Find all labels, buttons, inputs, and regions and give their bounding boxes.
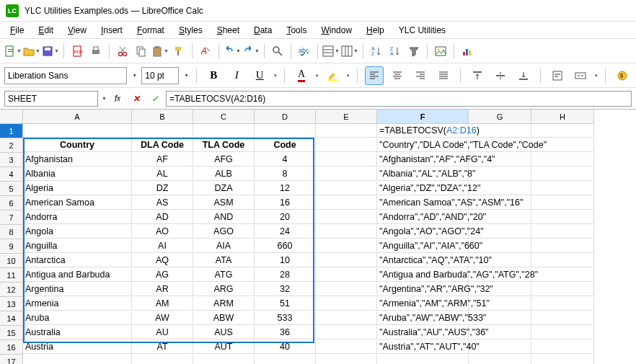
cell-H11[interactable] bbox=[531, 268, 594, 282]
menu-help[interactable]: Help bbox=[361, 24, 390, 37]
sort-desc-button[interactable]: ZA bbox=[387, 43, 404, 60]
spellcheck-button[interactable]: abç bbox=[296, 43, 313, 60]
name-box[interactable] bbox=[4, 91, 98, 107]
cell-B16[interactable]: AT bbox=[132, 340, 193, 354]
currency-button[interactable]: $ bbox=[613, 66, 632, 85]
insert-chart-button[interactable] bbox=[459, 43, 476, 60]
find-button[interactable] bbox=[269, 43, 286, 60]
cell-F8[interactable]: "Angola","AO","AGO","24" bbox=[377, 225, 469, 239]
cell-C2[interactable]: TLA Code bbox=[193, 138, 255, 152]
cell-A1[interactable] bbox=[23, 124, 132, 138]
highlight-button[interactable] bbox=[323, 66, 342, 85]
column-header-G[interactable]: G bbox=[469, 110, 531, 124]
menu-view[interactable]: View bbox=[62, 24, 92, 37]
cell-C11[interactable]: ATG bbox=[193, 268, 255, 282]
cell-E6[interactable] bbox=[316, 196, 377, 210]
cell-D16[interactable]: 40 bbox=[255, 340, 316, 354]
cell-G17[interactable] bbox=[469, 355, 531, 364]
cell-E14[interactable] bbox=[316, 311, 377, 325]
clear-format-button[interactable]: A bbox=[197, 43, 214, 60]
cell-D6[interactable]: 16 bbox=[255, 196, 316, 210]
cell-F12[interactable]: "Argentina","AR","ARG","32" bbox=[377, 283, 469, 296]
row-header-13[interactable]: 13 bbox=[0, 297, 23, 311]
cell-H3[interactable] bbox=[531, 153, 594, 167]
cell-B6[interactable]: AS bbox=[132, 196, 193, 210]
chevron-down-icon[interactable]: ▾ bbox=[347, 73, 350, 79]
cell-E9[interactable] bbox=[316, 239, 377, 253]
row-header-3[interactable]: 3 bbox=[0, 153, 23, 167]
cell-A13[interactable]: Armenia bbox=[23, 297, 132, 311]
cell-H14[interactable] bbox=[531, 311, 594, 325]
row-button[interactable]: ▼ bbox=[322, 43, 340, 60]
print-button[interactable] bbox=[87, 43, 105, 60]
cell-F9[interactable]: "Anguilla","AI","AIA","660" bbox=[377, 239, 469, 253]
export-pdf-button[interactable]: PDF bbox=[69, 43, 86, 60]
align-right-button[interactable] bbox=[411, 66, 430, 85]
cell-A15[interactable]: Australia bbox=[23, 326, 132, 339]
chevron-down-icon[interactable]: ▾ bbox=[274, 73, 277, 79]
cell-B15[interactable]: AU bbox=[132, 326, 193, 339]
cell-E11[interactable] bbox=[316, 268, 377, 282]
cell-H12[interactable] bbox=[531, 283, 594, 296]
cell-H4[interactable] bbox=[531, 167, 594, 181]
cell-E16[interactable] bbox=[316, 340, 377, 354]
cell-A11[interactable]: Antigua and Barbuda bbox=[23, 268, 132, 282]
menu-file[interactable]: File bbox=[4, 24, 30, 37]
cell-H1[interactable] bbox=[531, 124, 594, 138]
cell-A10[interactable]: Antarctica bbox=[23, 254, 132, 267]
cell-B13[interactable]: AM bbox=[132, 297, 193, 311]
cell-C8[interactable]: AGO bbox=[193, 225, 255, 239]
cell-A14[interactable]: Aruba bbox=[23, 311, 132, 325]
chevron-down-icon[interactable]: ▾ bbox=[595, 73, 598, 79]
menu-insert[interactable]: Insert bbox=[95, 24, 128, 37]
select-all-corner[interactable] bbox=[0, 110, 23, 124]
menu-tools[interactable]: Tools bbox=[281, 24, 312, 37]
redo-button[interactable]: ▼ bbox=[242, 43, 260, 60]
wrap-text-button[interactable] bbox=[548, 66, 567, 85]
cell-C6[interactable]: ASM bbox=[193, 196, 255, 210]
autofilter-button[interactable] bbox=[405, 43, 423, 60]
row-header-14[interactable]: 14 bbox=[0, 311, 23, 326]
cell-F13[interactable]: "Armenia","AM","ARM","51" bbox=[377, 297, 469, 311]
cell-C3[interactable]: AFG bbox=[193, 153, 255, 167]
cell-A3[interactable]: Afghanistan bbox=[23, 153, 132, 167]
column-header-H[interactable]: H bbox=[531, 110, 594, 124]
cell-E13[interactable] bbox=[316, 297, 377, 311]
column-header-A[interactable]: A bbox=[23, 110, 132, 124]
cell-C13[interactable]: ARM bbox=[193, 297, 255, 311]
cell-B2[interactable]: DLA Code bbox=[132, 138, 193, 152]
cell-D12[interactable]: 32 bbox=[255, 283, 316, 296]
cell-C12[interactable]: ARG bbox=[193, 283, 255, 296]
cell-C16[interactable]: AUT bbox=[193, 340, 255, 354]
copy-button[interactable] bbox=[133, 43, 150, 60]
cell-F2[interactable]: "Country","DLA Code","TLA Code","Code" bbox=[377, 138, 469, 152]
cell-B12[interactable]: AR bbox=[132, 283, 193, 296]
cell-D14[interactable]: 533 bbox=[255, 311, 316, 325]
cell-E3[interactable] bbox=[316, 153, 377, 167]
row-header-7[interactable]: 7 bbox=[0, 210, 23, 225]
cell-A8[interactable]: Angola bbox=[23, 225, 132, 239]
cell-D4[interactable]: 8 bbox=[255, 167, 316, 181]
cell-D5[interactable]: 12 bbox=[255, 182, 316, 195]
sort-asc-button[interactable]: AZ bbox=[368, 43, 385, 60]
font-name-select[interactable] bbox=[4, 67, 127, 84]
cell-F7[interactable]: "Andorra","AD","AND","20" bbox=[377, 210, 469, 224]
align-left-button[interactable] bbox=[365, 66, 384, 85]
cell-A5[interactable]: Algeria bbox=[23, 182, 132, 195]
bold-button[interactable]: B bbox=[204, 66, 223, 85]
cell-F6[interactable]: "American Samoa","AS","ASM","16" bbox=[377, 196, 469, 210]
insert-image-button[interactable] bbox=[432, 43, 449, 60]
cell-F4[interactable]: "Albania","AL","ALB","8" bbox=[377, 167, 469, 181]
menu-window[interactable]: Window bbox=[315, 24, 358, 37]
open-button[interactable]: ▼ bbox=[23, 43, 40, 60]
chevron-down-icon[interactable]: ▼ bbox=[102, 96, 107, 101]
cell-F16[interactable]: "Austria","AT","AUT","40" bbox=[377, 340, 469, 354]
cell-B11[interactable]: AG bbox=[132, 268, 193, 282]
italic-button[interactable]: I bbox=[227, 66, 246, 85]
cell-H17[interactable] bbox=[531, 355, 594, 364]
column-header-E[interactable]: E bbox=[316, 110, 377, 124]
cell-B4[interactable]: AL bbox=[132, 167, 193, 181]
cell-D17[interactable] bbox=[255, 355, 316, 364]
cell-F1[interactable]: =TABLETOCSV(A2:D16) bbox=[377, 124, 469, 138]
cell-F14[interactable]: "Aruba","AW","ABW","533" bbox=[377, 311, 469, 325]
